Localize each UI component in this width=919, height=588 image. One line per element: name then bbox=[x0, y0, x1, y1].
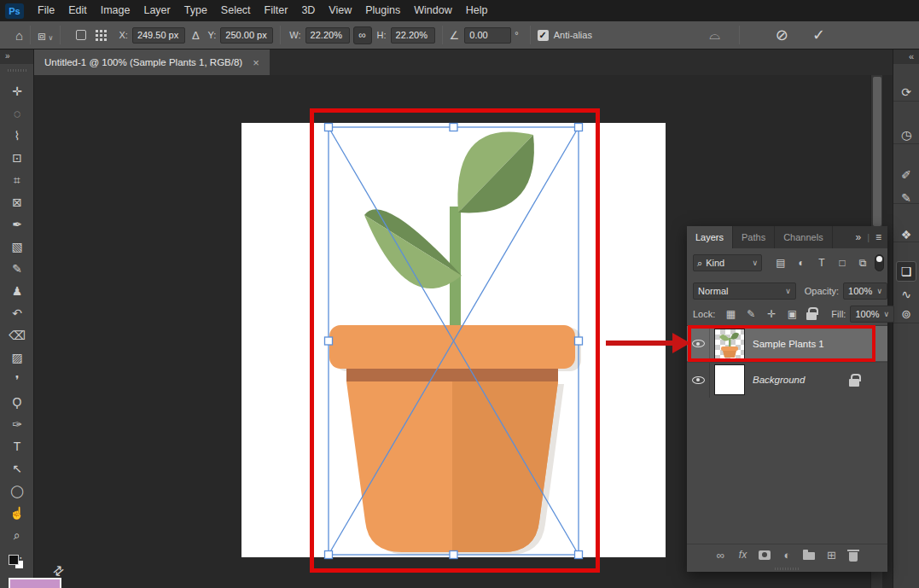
menu-layer[interactable]: Layer bbox=[137, 0, 177, 21]
filter-type-icon[interactable]: T bbox=[811, 257, 832, 269]
elliptical-marquee-tool[interactable]: ◌ bbox=[0, 102, 34, 125]
menu-select[interactable]: Select bbox=[214, 0, 258, 21]
menu-edit[interactable]: Edit bbox=[61, 0, 94, 21]
layers-panel-icon[interactable]: ❏ bbox=[896, 261, 916, 282]
document-title: Untitled-1 @ 100% (Sample Plants 1, RGB/… bbox=[44, 57, 242, 67]
collapse-panels-icon[interactable]: « bbox=[893, 49, 919, 64]
new-group-icon[interactable] bbox=[802, 549, 817, 562]
eyedropper-tool[interactable]: ✒ bbox=[0, 213, 34, 236]
visibility-eye-icon[interactable] bbox=[692, 376, 705, 384]
filtering-toggle[interactable] bbox=[875, 254, 884, 271]
crop-tool[interactable]: ⌗ bbox=[0, 169, 34, 191]
y-position-field[interactable]: 250.00 px bbox=[220, 27, 273, 44]
transform-tool-icon[interactable]: ⧈ bbox=[38, 29, 46, 42]
paths-panel-icon[interactable]: ∿ bbox=[901, 288, 911, 301]
tab-channels[interactable]: Channels bbox=[775, 226, 832, 248]
blur-tool[interactable]: ❜ bbox=[0, 369, 34, 391]
swatches-icon[interactable]: ❖ bbox=[901, 228, 912, 242]
lock-pixels-icon[interactable]: ✎ bbox=[741, 307, 761, 321]
healing-brush-tool[interactable]: ▧ bbox=[0, 236, 34, 258]
opacity-dropdown[interactable]: 100% ∨ bbox=[843, 282, 887, 300]
menu-view[interactable]: View bbox=[322, 0, 358, 21]
menu-window[interactable]: Window bbox=[407, 0, 458, 21]
blend-mode-dropdown[interactable]: Normal ∨ bbox=[693, 282, 796, 300]
filter-shape-icon[interactable]: □ bbox=[832, 257, 852, 269]
channels-panel-icon[interactable]: ⊚ bbox=[901, 307, 911, 321]
zoom-tool[interactable]: ⌕ bbox=[0, 524, 34, 546]
warp-mode-icon[interactable]: ⌓ bbox=[697, 27, 732, 43]
menu-filter[interactable]: Filter bbox=[258, 0, 295, 21]
divider bbox=[30, 26, 31, 44]
path-selection-tool[interactable]: ↖ bbox=[0, 457, 34, 480]
home-icon[interactable]: ⌂ bbox=[15, 29, 23, 42]
anti-alias-checkbox[interactable]: ✓ bbox=[538, 30, 549, 41]
hand-tool[interactable]: ☝ bbox=[0, 502, 34, 524]
layer-mask-icon[interactable] bbox=[758, 549, 772, 562]
tab-paths[interactable]: Paths bbox=[733, 226, 775, 248]
reference-point-locator-icon[interactable] bbox=[95, 29, 107, 41]
foreground-color-swatch[interactable] bbox=[9, 578, 61, 588]
menu-file[interactable]: File bbox=[31, 0, 61, 21]
ellipse-shape-tool[interactable]: ◯ bbox=[0, 480, 34, 502]
gradient-tool[interactable]: ▨ bbox=[0, 346, 34, 369]
relative-positioning-icon[interactable]: Δ bbox=[192, 30, 200, 41]
frame-tool[interactable]: ⊠ bbox=[0, 191, 34, 213]
expand-toolbar-icon[interactable]: » bbox=[0, 49, 33, 64]
menu-image[interactable]: Image bbox=[94, 0, 137, 21]
lock-artboard-icon[interactable]: ▣ bbox=[782, 307, 802, 321]
panel-resize-grip[interactable] bbox=[775, 568, 800, 570]
commit-transform-icon[interactable]: ✓ bbox=[800, 26, 837, 44]
fill-dropdown[interactable]: 100% ∨ bbox=[850, 306, 894, 323]
close-tab-icon[interactable]: × bbox=[253, 56, 259, 69]
menu-type[interactable]: Type bbox=[177, 0, 214, 21]
link-layers-icon[interactable]: ∞ bbox=[713, 549, 728, 562]
eraser-tool[interactable]: ⌫ bbox=[0, 324, 34, 346]
object-selection-tool[interactable]: ⊡ bbox=[0, 147, 34, 169]
layer-thumbnail[interactable] bbox=[714, 364, 745, 395]
divider bbox=[60, 26, 61, 44]
filter-kind-dropdown[interactable]: ⌕ Kind ∨ bbox=[693, 254, 762, 271]
toolbar-grip[interactable] bbox=[8, 69, 26, 72]
history-icon[interactable]: ◷ bbox=[901, 128, 911, 142]
tab-layers[interactable]: Layers bbox=[687, 226, 733, 248]
panel-expand-icon[interactable]: » bbox=[849, 231, 867, 243]
move-tool[interactable]: ✛ bbox=[0, 80, 34, 102]
x-position-field[interactable]: 249.50 px bbox=[132, 27, 185, 44]
lock-position-icon[interactable]: ✛ bbox=[761, 307, 782, 321]
filter-adjustment-icon[interactable]: ◐ bbox=[791, 257, 811, 269]
height-scale-field[interactable]: 22.20% bbox=[391, 27, 435, 44]
type-tool[interactable]: T bbox=[0, 435, 34, 457]
layer-row-background[interactable]: Background bbox=[687, 362, 887, 397]
width-scale-field[interactable]: 22.20% bbox=[305, 27, 350, 44]
eye-cell[interactable] bbox=[687, 363, 710, 398]
filter-pixel-icon[interactable]: ▤ bbox=[771, 257, 791, 269]
brush-settings-icon[interactable]: ✐ bbox=[901, 168, 911, 182]
default-colors-icon[interactable] bbox=[9, 555, 26, 569]
maintain-aspect-ratio-icon[interactable]: ∞ bbox=[353, 26, 372, 44]
delete-layer-icon[interactable] bbox=[846, 549, 861, 562]
history-brush-tool[interactable]: ↶ bbox=[0, 302, 34, 324]
adjustment-layer-icon[interactable]: ◐ bbox=[780, 549, 794, 562]
menu-3d[interactable]: 3D bbox=[294, 0, 322, 21]
cancel-transform-icon[interactable]: ⊘ bbox=[764, 26, 800, 44]
lock-all-icon[interactable] bbox=[802, 307, 823, 321]
filter-smart-object-icon[interactable]: ⧉ bbox=[852, 257, 873, 269]
menu-plugins[interactable]: Plugins bbox=[358, 0, 407, 21]
tool-preset-chevron-icon[interactable]: ∨ bbox=[49, 34, 54, 42]
layer-effects-icon[interactable]: fx bbox=[736, 549, 750, 562]
dodge-tool[interactable]: Ϙ bbox=[0, 391, 34, 413]
panel-menu-icon[interactable]: ≡ bbox=[870, 231, 887, 243]
lock-transparency-icon[interactable]: ▦ bbox=[720, 307, 741, 321]
menu-help[interactable]: Help bbox=[459, 0, 495, 21]
new-layer-icon[interactable]: ⊞ bbox=[824, 549, 839, 562]
toggle-reference-point-checkbox[interactable] bbox=[76, 30, 86, 40]
version-history-icon[interactable]: ⟳ bbox=[901, 85, 911, 99]
clone-stamp-tool[interactable]: ♟ bbox=[0, 280, 34, 302]
document-tab[interactable]: Untitled-1 @ 100% (Sample Plants 1, RGB/… bbox=[34, 49, 270, 75]
layer-name[interactable]: Background bbox=[753, 375, 805, 385]
rotation-field[interactable]: 0.00 bbox=[464, 27, 511, 44]
polygonal-lasso-tool[interactable]: ⌇ bbox=[0, 125, 34, 147]
pen-tool[interactable]: ✑ bbox=[0, 413, 34, 435]
scrollbar-thumb[interactable] bbox=[873, 77, 881, 226]
brush-tool[interactable]: ✎ bbox=[0, 258, 34, 280]
